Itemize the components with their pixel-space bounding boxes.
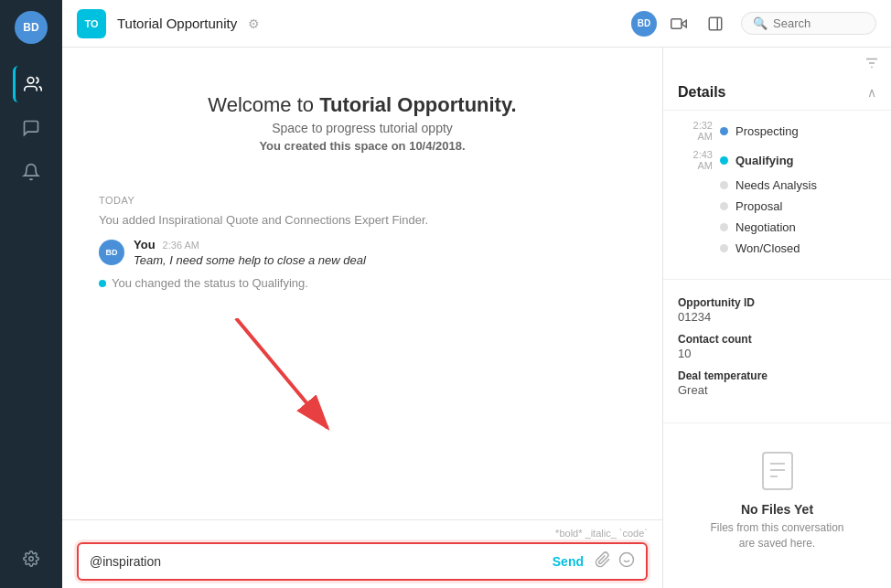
timeline-dot-6 (720, 244, 728, 252)
svg-point-0 (27, 78, 34, 84)
svg-point-1 (29, 557, 34, 561)
message-text: Team, I need some help to close a new de… (134, 253, 366, 267)
opportunity-id-label: Opportunity ID (678, 296, 876, 309)
input-area: *bold* _italic_ `code` Send (62, 519, 662, 588)
detail-deal-temp: Deal temperature Great (678, 369, 876, 397)
search-icon: 🔍 (753, 16, 768, 30)
timeline: 2:32 AM Prospecting 2:43 AM Qualifying N… (663, 111, 891, 272)
topbar: TO Tutorial Opportunity ⚙ BD 🔍 (62, 0, 891, 48)
message-header: You 2:36 AM (134, 238, 366, 251)
detail-opportunity-id: Opportunity ID 01234 (678, 296, 876, 324)
sidebar-item-notifications[interactable] (13, 154, 49, 190)
timeline-time-1: 2:32 AM (678, 120, 713, 142)
chat-area: Welcome to Tutorial Opportunity. Space t… (62, 48, 662, 588)
message-content: You 2:36 AM Team, I need some help to cl… (134, 238, 366, 267)
topbar-logo: TO (77, 9, 106, 38)
timeline-item-needs: Needs Analysis (678, 178, 876, 192)
contact-count-label: Contact count (678, 333, 876, 346)
topbar-icons: BD (631, 9, 730, 38)
sidebar-item-chat[interactable] (13, 110, 49, 146)
svg-rect-3 (671, 18, 682, 28)
topbar-settings-icon[interactable]: ⚙ (248, 16, 260, 31)
send-button[interactable]: Send (549, 554, 587, 569)
files-desc: Files from this conversationare saved he… (710, 520, 843, 551)
timeline-item-closed: Won/Closed (678, 241, 876, 255)
svg-rect-4 (709, 17, 722, 30)
timeline-time-2: 2:43 AM (678, 149, 713, 171)
svg-point-7 (620, 553, 634, 567)
welcome-subtitle: Space to progress tutorial oppty (99, 121, 626, 135)
today-label: TODAY (99, 195, 626, 206)
timeline-label-proposal: Proposal (735, 199, 782, 213)
message-row: BD You 2:36 AM Team, I need some help to… (99, 238, 626, 267)
topbar-video-icon[interactable] (664, 9, 693, 38)
welcome-created: You created this space on 10/4/2018. (99, 139, 626, 153)
sidebar-user-avatar: BD (15, 11, 48, 44)
emoji-icon[interactable] (618, 551, 635, 572)
details-section: Opportunity ID 01234 Contact count 10 De… (663, 287, 891, 415)
search-input[interactable] (773, 16, 864, 30)
welcome-title: Welcome to Tutorial Opportunity. (99, 93, 626, 117)
attachment-icon[interactable] (595, 551, 611, 572)
contact-count-value: 10 (678, 347, 876, 360)
opportunity-id-value: 01234 (678, 310, 876, 324)
deal-temp-label: Deal temperature (678, 369, 876, 382)
content-area: Welcome to Tutorial Opportunity. Space t… (62, 48, 891, 588)
filter-icon[interactable] (864, 55, 880, 71)
welcome-section: Welcome to Tutorial Opportunity. Space t… (99, 66, 626, 180)
sidebar-item-people[interactable] (13, 66, 49, 102)
timeline-label-negotiation: Negotiation (735, 220, 796, 234)
timeline-label-prospecting: Prospecting (735, 124, 799, 138)
timeline-dot-5 (720, 223, 728, 231)
panel-collapse-icon[interactable]: ∧ (867, 85, 876, 100)
timeline-dot-3 (720, 181, 728, 189)
timeline-dot-2 (720, 156, 728, 165)
deal-temp-value: Great (678, 383, 876, 397)
status-dot (99, 280, 106, 287)
format-hints: *bold* _italic_ `code` (555, 528, 648, 539)
detail-contact-count: Contact count 10 (678, 333, 876, 360)
timeline-label-needs: Needs Analysis (735, 178, 817, 192)
timeline-label-qualifying: Qualifying (735, 154, 794, 167)
sidebar-gear-icon[interactable] (13, 540, 49, 577)
timeline-item-negotiation: Negotiation (678, 220, 876, 234)
svg-marker-2 (682, 20, 686, 27)
timeline-item-prospecting: 2:32 AM Prospecting (678, 120, 876, 142)
right-panel: Details ∧ 2:32 AM Prospecting 2:43 AM Qu… (662, 48, 891, 588)
status-change: You changed the status to Qualifying. (99, 276, 626, 290)
panel-header: Details ∧ (663, 71, 891, 111)
topbar-title: Tutorial Opportunity (117, 16, 237, 31)
message-time: 2:36 AM (163, 240, 199, 251)
files-icon (759, 449, 796, 493)
message-avatar: BD (99, 240, 124, 265)
timeline-dot-1 (720, 127, 728, 135)
timeline-label-closed: Won/Closed (735, 241, 800, 255)
timeline-item-proposal: Proposal (678, 199, 876, 213)
search-box[interactable]: 🔍 (741, 12, 876, 35)
message-author: You (134, 238, 156, 251)
timeline-item-qualifying: 2:43 AM Qualifying (678, 149, 876, 171)
sidebar: BD (0, 0, 62, 588)
panel-title: Details (678, 84, 725, 101)
files-section: No Files Yet Files from this conversatio… (663, 431, 891, 570)
input-row: Send (77, 542, 648, 581)
files-title: No Files Yet (741, 502, 813, 517)
main-wrapper: TO Tutorial Opportunity ⚙ BD 🔍 (62, 0, 891, 588)
input-toolbar: *bold* _italic_ `code` (77, 528, 648, 539)
timeline-dot-4 (720, 202, 728, 210)
message-input[interactable] (90, 554, 549, 569)
topbar-user-avatar: BD (631, 11, 657, 37)
topbar-panel-icon[interactable] (701, 9, 730, 38)
chat-messages: Welcome to Tutorial Opportunity. Space t… (62, 48, 662, 519)
system-message: You added Inspirational Quote and Connec… (99, 213, 626, 227)
input-icons (595, 551, 635, 572)
